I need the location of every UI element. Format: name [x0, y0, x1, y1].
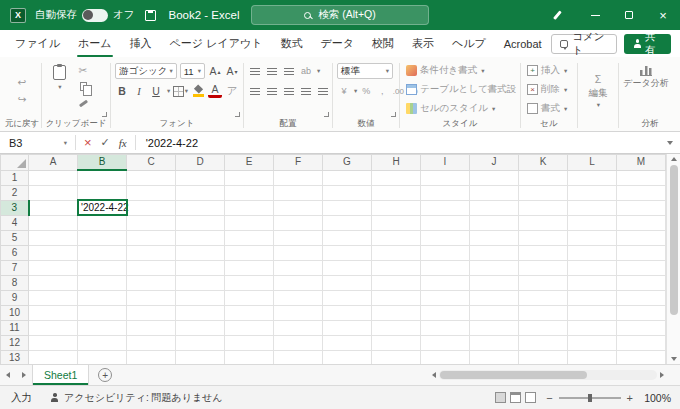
paste-button[interactable]: ▾	[46, 62, 73, 91]
formula-input[interactable]: '2022-4-22	[139, 137, 660, 149]
align-middle-button[interactable]	[265, 64, 279, 79]
column-header-E[interactable]: E	[225, 155, 274, 171]
cell-L1[interactable]	[568, 170, 617, 185]
cell-D5[interactable]	[176, 230, 225, 245]
view-page-layout-button[interactable]	[510, 392, 521, 403]
cell-B4[interactable]	[78, 215, 127, 230]
align-left-button[interactable]	[248, 84, 262, 99]
maximize-button[interactable]	[612, 0, 646, 30]
cell-G2[interactable]	[323, 185, 372, 200]
row-header-13[interactable]: 13	[1, 350, 29, 364]
conditional-formatting-button[interactable]: 条件付き書式 ▾	[404, 62, 516, 79]
zoom-slider[interactable]	[559, 397, 621, 399]
cell-J9[interactable]	[470, 290, 519, 305]
cell-A10[interactable]	[29, 305, 78, 320]
column-header-F[interactable]: F	[274, 155, 323, 171]
cell-E3[interactable]	[225, 200, 274, 215]
orientation-button[interactable]: ab	[299, 64, 313, 79]
cell-M2[interactable]	[617, 185, 666, 200]
comments-button[interactable]: コメント	[551, 34, 617, 54]
cell-K7[interactable]	[519, 260, 568, 275]
zoom-level[interactable]: 100%	[639, 392, 671, 404]
alignment-dialog-launcher-icon[interactable]	[324, 112, 329, 117]
format-painter-button[interactable]	[76, 96, 90, 111]
cell-G9[interactable]	[323, 290, 372, 305]
cell-I10[interactable]	[421, 305, 470, 320]
cell-A13[interactable]	[29, 350, 78, 364]
cell-H13[interactable]	[372, 350, 421, 364]
cell-C8[interactable]	[127, 275, 176, 290]
cell-E11[interactable]	[225, 320, 274, 335]
row-header-5[interactable]: 5	[1, 230, 29, 245]
tab-file[interactable]: ファイル	[6, 30, 69, 57]
editing-menu-button[interactable]: Σ 編集 ▾	[582, 62, 614, 118]
cell-J3[interactable]	[470, 200, 519, 215]
minimize-button[interactable]	[578, 0, 612, 30]
cell-H10[interactable]	[372, 305, 421, 320]
cell-K9[interactable]	[519, 290, 568, 305]
cell-J2[interactable]	[470, 185, 519, 200]
cell-F9[interactable]	[274, 290, 323, 305]
cell-A6[interactable]	[29, 245, 78, 260]
select-all-corner[interactable]	[1, 155, 29, 171]
cell-D4[interactable]	[176, 215, 225, 230]
cell-M1[interactable]	[617, 170, 666, 185]
column-header-D[interactable]: D	[176, 155, 225, 171]
sheet-nav-left-button[interactable]	[0, 365, 16, 385]
cell-K8[interactable]	[519, 275, 568, 290]
cell-F7[interactable]	[274, 260, 323, 275]
cell-C6[interactable]	[127, 245, 176, 260]
cell-B9[interactable]	[78, 290, 127, 305]
row-header-3[interactable]: 3	[1, 200, 29, 215]
column-header-A[interactable]: A	[29, 155, 78, 171]
cell-I5[interactable]	[421, 230, 470, 245]
cell-J4[interactable]	[470, 215, 519, 230]
cell-D6[interactable]	[176, 245, 225, 260]
cell-L11[interactable]	[568, 320, 617, 335]
column-header-G[interactable]: G	[323, 155, 372, 171]
cell-B7[interactable]	[78, 260, 127, 275]
tab-page-layout[interactable]: ページ レイアウト	[161, 30, 272, 57]
cell-C9[interactable]	[127, 290, 176, 305]
cell-C10[interactable]	[127, 305, 176, 320]
cell-J10[interactable]	[470, 305, 519, 320]
cell-J11[interactable]	[470, 320, 519, 335]
tab-help[interactable]: ヘルプ	[443, 30, 495, 57]
cell-H11[interactable]	[372, 320, 421, 335]
view-page-break-button[interactable]	[525, 392, 536, 403]
cell-M13[interactable]	[617, 350, 666, 364]
cell-K5[interactable]	[519, 230, 568, 245]
cell-I11[interactable]	[421, 320, 470, 335]
cell-H4[interactable]	[372, 215, 421, 230]
cell-M3[interactable]	[617, 200, 666, 215]
row-header-8[interactable]: 8	[1, 275, 29, 290]
cell-E9[interactable]	[225, 290, 274, 305]
cell-D1[interactable]	[176, 170, 225, 185]
row-header-10[interactable]: 10	[1, 305, 29, 320]
underline-button[interactable]: U	[149, 84, 163, 99]
cell-B10[interactable]	[78, 305, 127, 320]
cell-J5[interactable]	[470, 230, 519, 245]
cell-B8[interactable]	[78, 275, 127, 290]
column-header-M[interactable]: M	[617, 155, 666, 171]
delete-cells-button[interactable]: × 削除 ▾	[525, 81, 573, 98]
tab-insert[interactable]: 挿入	[121, 30, 161, 57]
cell-I1[interactable]	[421, 170, 470, 185]
cell-C12[interactable]	[127, 335, 176, 350]
cell-K3[interactable]	[519, 200, 568, 215]
cell-E7[interactable]	[225, 260, 274, 275]
horizontal-scrollbar[interactable]	[432, 365, 664, 385]
column-header-J[interactable]: J	[470, 155, 519, 171]
cell-E12[interactable]	[225, 335, 274, 350]
cell-D13[interactable]	[176, 350, 225, 364]
cell-E5[interactable]	[225, 230, 274, 245]
cell-M4[interactable]	[617, 215, 666, 230]
cancel-entry-icon[interactable]: ×	[79, 135, 97, 150]
cell-F8[interactable]	[274, 275, 323, 290]
cell-M6[interactable]	[617, 245, 666, 260]
clipboard-dialog-launcher-icon[interactable]	[102, 112, 107, 117]
cell-I13[interactable]	[421, 350, 470, 364]
format-as-table-button[interactable]: テーブルとして書式設定 ▾	[404, 81, 516, 98]
cell-I4[interactable]	[421, 215, 470, 230]
name-box[interactable]: B3 ▾	[4, 132, 72, 153]
